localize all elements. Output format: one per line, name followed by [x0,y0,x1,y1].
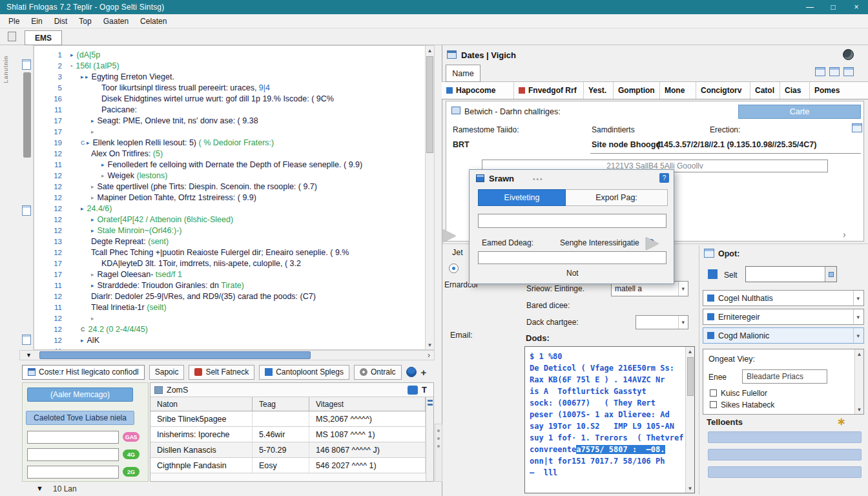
column-fnvedgof[interactable]: Fnvedgof Rrf [514,82,584,99]
checkbox-kuisc[interactable] [710,389,717,397]
tree-arrow-icon[interactable]: ▸ ▸ [81,74,88,80]
panel-scroll-strip[interactable] [435,424,442,482]
view-icon[interactable] [815,67,825,76]
column-concigtorv[interactable]: Concigtorv [696,82,750,99]
menu-item[interactable]: Dist [48,15,74,28]
tree-arrow-icon[interactable]: ▸ [101,161,105,168]
telloents-field[interactable] [708,449,862,460]
bottom-input-2[interactable] [27,448,119,461]
menu-item[interactable]: Ein [25,15,48,28]
column-pomes[interactable]: Pomes [810,82,849,99]
table-row[interactable]: Disllen Kanascis 5-70.29 146 8067 ^^^^^ … [150,442,426,458]
tab-selt-fatneck[interactable]: Selt Fatneck [189,365,254,380]
code-editor[interactable]: 1▸(dA|5p2▪156l (1alP5)3▸ ▸Egyting Erreto… [34,45,425,350]
aaler-memcago-button[interactable]: (Aaler Memcago) [27,388,133,402]
minimize-icon[interactable]: — [798,0,822,14]
tree-arrow-icon[interactable]: ▸ [91,271,94,278]
tab-name[interactable]: Name [446,65,480,82]
editor-horizontal-scrollbar[interactable]: › [19,350,435,360]
telloents-field[interactable] [708,431,862,443]
tree-arrow-icon[interactable]: C ▸ [81,140,90,146]
sparkle-icon[interactable]: ∗ [837,415,845,428]
tri-down-icon[interactable]: ▼ [26,352,32,358]
column-cias[interactable]: Cias [780,82,810,99]
scroll-down-icon[interactable]: ▼ [855,405,863,414]
dropdown-cogd-malionic[interactable]: Cogd Malionic ▾ [703,327,864,344]
bottom-input-3[interactable] [27,466,119,479]
scroll-up-icon[interactable]: ▲ [855,349,863,358]
selt-input[interactable] [745,266,837,282]
tree-arrow-icon[interactable]: ▸ [91,183,94,190]
tree-arrow-icon[interactable]: ▸ [91,118,94,124]
mini-panel-icon[interactable] [852,123,862,132]
menu-item[interactable]: Gaaten [98,15,134,28]
ongeat-scrollbar[interactable]: ▲ ▼ [854,349,863,414]
tree-arrow-icon[interactable]: ▸ [91,194,94,201]
scroll-down-icon[interactable]: ▼ [686,484,694,493]
add-tab-button[interactable]: + [421,367,427,378]
column-hapocome[interactable]: Hapocome [442,82,514,99]
globe-icon[interactable] [406,367,417,377]
telloents-field[interactable] [708,466,862,478]
scroll-right-icon[interactable]: › [843,229,846,240]
help-button[interactable]: ? [659,173,669,183]
tree-arrow-icon[interactable]: ▪ [70,63,72,69]
dialog-input-1[interactable] [478,214,666,228]
scrollbar-thumb[interactable] [687,357,694,396]
tree-arrow-icon[interactable]: ▸ [91,129,94,135]
chevron-down-icon[interactable]: ▾ [678,282,685,296]
column-vitagest[interactable]: Vitagest [309,397,426,411]
zoms-scrollbar[interactable] [426,397,433,481]
image-icon[interactable] [408,386,418,395]
document-icon[interactable] [22,59,31,70]
enee-input[interactable]: Bleadarte Priacs [742,369,827,384]
scroll-down-icon[interactable]: ▼ [426,340,434,349]
dods-scrollbar[interactable]: ▲ ▼ [685,347,694,493]
tab-coster[interactable]: Coste:r Hist llegicato confiodl [22,365,145,380]
close-icon[interactable]: × [845,0,868,14]
tab-sapoic[interactable]: Sapoic [149,365,185,380]
chevron-down-icon[interactable]: ▾ [853,328,860,343]
dods-textarea[interactable]: $ 1 %80 De Deticol ( Vfage 216E50rm Ss: … [524,346,695,493]
table-row[interactable]: Cigthnple Fandasin Eosy 546 2027 ^^^^ 1) [150,458,426,473]
tree-arrow-icon[interactable]: ▸ [70,52,74,58]
tree-arrow-icon[interactable]: ▸ [91,315,94,322]
tab-ontralc[interactable]: Ontralc [354,365,402,380]
table-row[interactable]: Inisherims: Iporeche 5.46wir MS 1087 ^^^… [150,427,426,442]
globe-icon[interactable] [843,49,854,60]
dropdown-erniteregeir[interactable]: Erniteregeir ▾ [703,309,864,325]
scrollbar-thumb[interactable] [426,56,433,153]
dialog-input-2[interactable] [478,251,666,264]
scroll-up-icon[interactable]: ▲ [426,46,434,55]
menu-item[interactable]: Celaten [134,15,172,28]
dack-select[interactable]: ▾ [636,315,688,329]
column-catol[interactable]: Catol [750,82,780,99]
tab-eiveteting[interactable]: Eiveteting [478,189,566,206]
document-icon[interactable] [22,205,31,216]
tab-exporl-pag[interactable]: Exporl Pag: [566,189,668,206]
table-icon[interactable] [843,67,854,76]
tree-arrow-icon[interactable]: C [81,326,85,333]
scroll-right-icon[interactable]: › [424,351,434,360]
column-mone[interactable]: Mone [660,82,696,99]
chevron-down-icon[interactable]: ▾ [678,316,685,329]
text-tool-icon[interactable]: T [422,385,427,395]
drag-handle-icon[interactable]: ••• [533,176,544,183]
scrollbar-thumb[interactable] [39,351,311,359]
expand-down-icon[interactable]: ▼ [36,484,43,492]
table-row[interactable]: Sribe Tlinek5pagee MS,2067 ^^^^^) [150,411,426,427]
scroll-up-icon[interactable]: ▲ [686,347,694,356]
dropdown-cogel-nulthatis[interactable]: Cogel Nulthatis ▾ [703,290,864,306]
column-teag[interactable]: Teag [253,397,309,411]
chevron-down-icon[interactable]: ▾ [853,309,860,324]
tree-arrow-icon[interactable]: ▸ [91,282,94,289]
tab-cantoploont[interactable]: Cantoploont Splegs [259,365,349,380]
document-icon[interactable] [22,335,31,345]
carte-button[interactable]: Carte [738,105,861,119]
editor-vertical-scrollbar[interactable]: ▲ ▼ [425,45,435,350]
column-gomption[interactable]: Gomption [614,82,660,99]
chevron-down-icon[interactable]: ▾ [853,291,860,305]
view-icon[interactable] [829,67,840,76]
tree-arrow-icon[interactable]: ▸ [91,216,94,223]
tab-ems[interactable]: EMS [25,30,62,45]
